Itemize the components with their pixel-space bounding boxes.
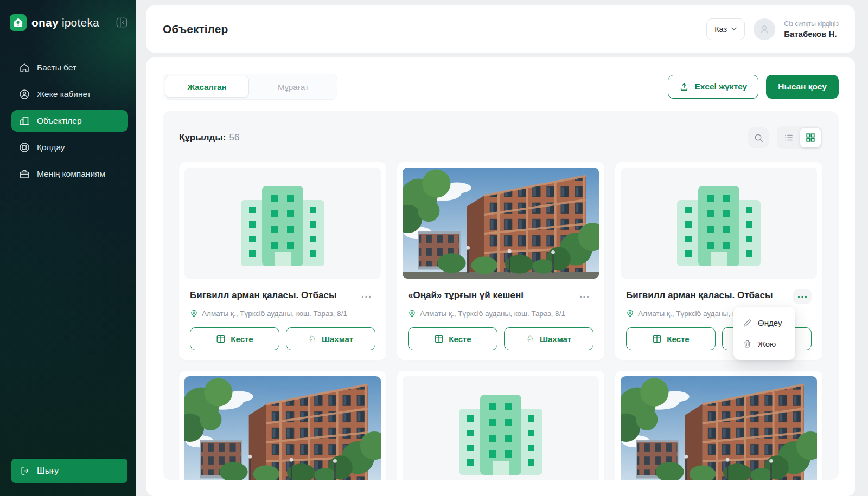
created-count: 56 [229, 132, 240, 143]
sidebar: onay ipoteka Басты бет [0, 0, 136, 496]
card-title-row: Бигвилл арман қаласы. Отбасы Өңдеу [626, 289, 812, 304]
sidebar-item-label: Қолдау [37, 143, 65, 152]
card-context-menu: Өңдеу Жою [733, 307, 795, 360]
created-counter: Құрылды:56 [179, 132, 239, 143]
language-value: Каз [714, 25, 727, 34]
object-image [184, 168, 381, 279]
page-title: Объектілер [163, 23, 228, 36]
tab-label: Мұрағат [278, 82, 309, 92]
tab-archive[interactable]: Мұрағат [251, 76, 335, 98]
card-body: Бигвилл арман қаласы. Отбасы Өңдеу [621, 289, 817, 350]
sidebar-item-home[interactable]: Басты бет [11, 57, 128, 79]
card-more-button[interactable] [357, 289, 375, 304]
table-view-button[interactable]: Кесте [408, 327, 497, 350]
edit-pencil-icon [743, 318, 752, 327]
logout-label: Шығу [37, 466, 59, 476]
language-selector[interactable]: Каз [706, 18, 745, 40]
sidebar-item-objects[interactable]: Объектілер [11, 110, 128, 132]
card-more-button[interactable] [793, 289, 812, 304]
building-photo [403, 168, 599, 279]
search-icon [754, 133, 764, 143]
search-button[interactable] [748, 127, 769, 148]
brand-bold: onay [31, 16, 59, 29]
object-card: Бигвилл арман қаласы. Отбасы Өңдеу [615, 162, 822, 360]
object-image [621, 376, 817, 480]
table-icon [434, 334, 444, 344]
excel-button-label: Excel жүктеу [694, 82, 747, 92]
object-image [184, 376, 381, 480]
card-address-row: Алматы қ., Түрксіб ауданы, көш. Тараз, 8… [408, 310, 593, 318]
building-photo [184, 376, 381, 480]
panel-head: Құрылды:56 [179, 126, 822, 149]
grid-view-button[interactable] [800, 128, 821, 147]
view-toggle [777, 126, 822, 149]
building-illustration [403, 376, 599, 480]
context-menu-edit[interactable]: Өңдеу [733, 312, 795, 333]
sidebar-item-label: Объектілер [37, 116, 82, 126]
grid-view-icon [806, 133, 815, 143]
support-icon [19, 142, 30, 153]
object-title: Бигвилл арман қаласы. Отбасы [626, 289, 773, 301]
main-area: Объектілер Каз Сіз сияқты кірдіңіз Батаб… [136, 0, 868, 496]
building-illustration [621, 168, 817, 279]
context-menu-label: Жою [758, 339, 776, 349]
sidebar-item-companies[interactable]: Менің компаниям [11, 163, 128, 185]
cards-grid: Бигвилл арман қаласы. Отбасы Алматы қ., … [179, 162, 822, 480]
logout-button[interactable]: Шығу [11, 459, 127, 483]
brand-name: onay ipoteka [31, 16, 99, 29]
object-image [403, 168, 599, 279]
panel-controls [748, 126, 822, 149]
object-card: Бигвилл арман қаласы. Отбасы Алматы қ., … [179, 162, 386, 360]
card-body: «Оңай» тұрғын үй кешені Алматы қ., Түркс… [403, 289, 599, 350]
card-title-row: Бигвилл арман қаласы. Отбасы [190, 289, 375, 304]
table-button-label: Кесте [231, 334, 253, 344]
object-card [397, 371, 604, 480]
tab-created[interactable]: Жасалған [165, 76, 249, 98]
location-pin-icon [408, 310, 416, 318]
sidebar-item-label: Менің компаниям [37, 169, 105, 179]
tab-label: Жасалған [187, 82, 226, 92]
brand-logo-icon [10, 14, 27, 31]
object-image [621, 168, 817, 279]
chess-view-button[interactable]: ♘ Шахмат [286, 327, 375, 350]
upload-icon [679, 82, 689, 92]
tabs-group: Жасалған Мұрағат [163, 74, 337, 100]
object-title: «Оңай» тұрғын үй кешені [408, 289, 524, 301]
building-icon [19, 115, 30, 126]
card-address-row: Алматы қ., Түрксіб ауданы, көш. Тараз, 8… [190, 310, 375, 318]
sidebar-menu: Басты бет Жеке кабинет [0, 57, 136, 185]
sidebar-item-label: Басты бет [37, 63, 76, 73]
avatar[interactable] [754, 18, 775, 40]
sidebar-item-profile[interactable]: Жеке кабинет [11, 83, 128, 105]
topbar: Объектілер Каз Сіз сияқты кірдіңіз Батаб… [146, 5, 855, 53]
object-image [403, 376, 599, 480]
sidebar-spacer [0, 185, 136, 459]
logo-row: onay ipoteka [0, 0, 136, 31]
card-more-button[interactable] [575, 289, 593, 304]
table-view-button[interactable]: Кесте [626, 327, 716, 350]
list-view-button[interactable] [778, 128, 799, 147]
context-menu-label: Өңдеу [758, 318, 782, 327]
topbar-right: Каз Сіз сияқты кірдіңіз Батабеков Н. [706, 18, 839, 40]
add-object-button[interactable]: Нысан қосу [766, 75, 839, 99]
table-view-button[interactable]: Кесте [190, 327, 279, 350]
context-menu-delete[interactable]: Жою [733, 333, 795, 355]
logout-icon [20, 466, 30, 476]
sidebar-item-support[interactable]: Қолдау [11, 137, 128, 158]
building-illustration [184, 168, 381, 279]
excel-export-button[interactable]: Excel жүктеу [668, 75, 758, 99]
object-card: «Оңай» тұрғын үй кешені Алматы қ., Түркс… [397, 162, 604, 360]
briefcase-icon [19, 169, 30, 179]
chess-knight-icon: ♘ [308, 334, 317, 344]
object-card [179, 371, 386, 480]
home-icon [19, 62, 30, 73]
login-hint: Сіз сияқты кірдіңіз [784, 20, 839, 28]
table-icon [652, 334, 662, 344]
chevron-down-icon [731, 27, 737, 31]
sidebar-collapse-icon[interactable] [116, 17, 127, 28]
sidebar-item-label: Жеке кабинет [37, 89, 91, 99]
brand-light: ipoteka [62, 16, 99, 29]
chess-view-button[interactable]: ♘ Шахмат [504, 327, 593, 350]
user-name: Батабеков Н. [784, 29, 839, 38]
table-button-label: Кесте [667, 334, 689, 344]
